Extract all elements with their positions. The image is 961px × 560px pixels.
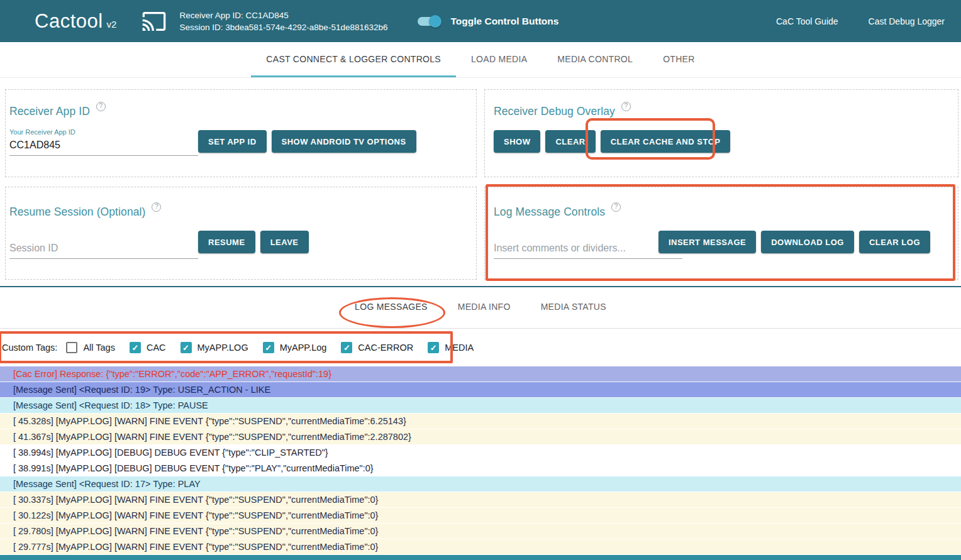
resume-button[interactable]: RESUME	[198, 231, 255, 253]
tab-other[interactable]: OTHER	[648, 42, 710, 77]
toggle-label: Toggle Control Buttons	[450, 16, 558, 27]
help-icon[interactable]: ?	[621, 102, 631, 111]
link-cac-tool-guide[interactable]: CaC Tool Guide	[776, 16, 838, 26]
log-row: [ 38.991s] [MyAPP.LOG] [DEBUG] DEBUG EVE…	[0, 461, 961, 476]
clear-log-button[interactable]: CLEAR LOG	[859, 231, 930, 253]
custom-tags-list: All Tags✓CAC✓MyAPP.LOG✓MyAPP.Log✓CAC-ERR…	[66, 342, 474, 353]
tag-label: MyAPP.Log	[280, 343, 327, 353]
resume-session-card: Resume Session (Optional) ? RESUME LEAVE	[5, 187, 477, 280]
download-log-button[interactable]: DOWNLOAD LOG	[761, 231, 854, 253]
receiver-debug-overlay-card-title: Receiver Debug Overlay ?	[494, 105, 631, 118]
tag-checkbox-all-tags[interactable]: All Tags	[66, 342, 115, 353]
checkbox-checked-icon[interactable]: ✓	[181, 342, 192, 353]
log-tabbar: LOG MESSAGES MEDIA INFO MEDIA STATUS	[0, 287, 961, 329]
receiver-debug-overlay-card: Receiver Debug Overlay ? SHOW CLEAR CLEA…	[484, 89, 958, 177]
clear-cache-and-stop-button[interactable]: CLEAR CACHE AND STOP	[601, 130, 731, 153]
log-row: [Message Sent] <Request ID: 19> Type: US…	[0, 382, 961, 398]
header-links: CaC Tool Guide Cast Debug Logger	[776, 16, 945, 26]
receiver-app-id-card-title: Receiver App ID ?	[9, 105, 106, 118]
session-id-field	[9, 240, 198, 259]
toggle-thumb	[429, 15, 442, 28]
log-row: [Cac Error] Response: {"type":"ERROR","c…	[0, 366, 961, 382]
receiver-app-id-text: Receiver App ID: CC1AD845	[179, 9, 387, 21]
card-title-text: Receiver App ID	[9, 105, 90, 118]
log-message-controls-card-title: Log Message Controls ?	[494, 206, 621, 219]
resume-session-card-title: Resume Session (Optional) ?	[9, 206, 161, 219]
debug-overlay-buttons: SHOW CLEAR CLEAR CACHE AND STOP	[494, 130, 730, 153]
tab-log-messages[interactable]: LOG MESSAGES	[340, 287, 443, 328]
card-title-text: Receiver Debug Overlay	[494, 105, 615, 118]
set-app-id-button[interactable]: SET APP ID	[198, 130, 267, 153]
log-row: [Message Sent] <Request ID: 18> Type: PA…	[0, 398, 961, 414]
log-row: [ 29.780s] [MyAPP.LOG] [WARN] FINE EVENT…	[0, 524, 961, 539]
show-android-tv-options-button[interactable]: SHOW ANDROID TV OPTIONS	[272, 130, 416, 153]
leave-button[interactable]: LEAVE	[260, 231, 309, 253]
log-row: [ 41.367s] [MyAPP.LOG] [WARN] FINE EVENT…	[0, 429, 961, 445]
clear-overlay-button[interactable]: CLEAR	[545, 130, 595, 153]
tag-label: CAC-ERROR	[358, 343, 413, 353]
log-message-buttons: INSERT MESSAGE DOWNLOAD LOG CLEAR LOG	[658, 231, 930, 253]
bottom-row-partial	[0, 555, 961, 560]
main-tabbar: CAST CONNECT & LOGGER CONTROLS LOAD MEDI…	[0, 42, 961, 78]
app-id-input[interactable]	[9, 137, 198, 156]
checkbox-checked-icon[interactable]: ✓	[130, 342, 141, 353]
log-comment-field	[494, 240, 682, 259]
tag-label: MyAPP.LOG	[197, 343, 248, 353]
log-message-list: [Cac Error] Response: {"type":"ERROR","c…	[0, 366, 961, 555]
insert-message-button[interactable]: INSERT MESSAGE	[658, 231, 756, 253]
help-icon[interactable]: ?	[611, 202, 621, 212]
app-logo-text: Cactool	[35, 11, 103, 31]
checkbox-checked-icon[interactable]: ✓	[341, 342, 352, 353]
app-id-field: Your Receiver App ID	[9, 128, 198, 156]
tag-checkbox-cac[interactable]: ✓CAC	[130, 342, 166, 353]
tag-checkbox-myapp-log[interactable]: ✓MyAPP.Log	[263, 342, 327, 353]
log-message-controls-card: Log Message Controls ? INSERT MESSAGE DO…	[484, 187, 958, 280]
tag-label: CAC	[147, 343, 166, 353]
app-logo: Cactool v2	[35, 11, 116, 31]
app-id-input-label: Your Receiver App ID	[9, 128, 198, 136]
tag-checkbox-cac-error[interactable]: ✓CAC-ERROR	[341, 342, 413, 353]
log-row: [Message Sent] <Request ID: 17> Type: PL…	[0, 476, 961, 492]
card-title-text: Log Message Controls	[494, 206, 605, 219]
session-id-text: Session ID: 3bdea581-574e-4292-a8be-51de…	[179, 21, 387, 33]
log-row: [ 45.328s] [MyAPP.LOG] [WARN] FINE EVENT…	[0, 414, 961, 429]
control-buttons-toggle[interactable]	[416, 15, 440, 28]
session-id-input[interactable]	[9, 240, 198, 259]
tag-label: All Tags	[83, 343, 115, 353]
cactool-app: Cactool v2 Receiver App ID: CC1AD845 Ses…	[0, 0, 961, 560]
app-header: Cactool v2 Receiver App ID: CC1AD845 Ses…	[0, 0, 961, 42]
log-row: [ 38.994s] [MyAPP.LOG] [DEBUG] DEBUG EVE…	[0, 445, 961, 461]
tag-label: MEDIA	[445, 343, 474, 353]
log-comment-input[interactable]	[494, 240, 682, 259]
app-logo-version: v2	[107, 19, 117, 31]
help-icon[interactable]: ?	[152, 202, 161, 212]
resume-session-buttons: RESUME LEAVE	[198, 231, 309, 253]
tab-media-info[interactable]: MEDIA INFO	[443, 287, 526, 328]
log-row: [ 30.122s] [MyAPP.LOG] [WARN] FINE EVENT…	[0, 508, 961, 524]
session-info: Receiver App ID: CC1AD845 Session ID: 3b…	[179, 9, 387, 33]
card-title-text: Resume Session (Optional)	[9, 206, 145, 219]
receiver-app-id-buttons: SET APP ID SHOW ANDROID TV OPTIONS	[198, 130, 416, 153]
checkbox-checked-icon[interactable]: ✓	[428, 342, 439, 353]
tab-media-control[interactable]: MEDIA CONTROL	[542, 42, 648, 77]
tab-load-media[interactable]: LOAD MEDIA	[456, 42, 542, 77]
tag-checkbox-media[interactable]: ✓MEDIA	[428, 342, 474, 353]
tag-checkbox-myapp-log[interactable]: ✓MyAPP.LOG	[181, 342, 248, 353]
log-row: [ 30.337s] [MyAPP.LOG] [WARN] FINE EVENT…	[0, 492, 961, 508]
receiver-app-id-card: Receiver App ID ? Your Receiver App ID S…	[5, 89, 477, 177]
tab-media-status[interactable]: MEDIA STATUS	[526, 287, 621, 328]
help-icon[interactable]: ?	[96, 102, 106, 111]
checkbox-unchecked-icon[interactable]	[66, 342, 77, 353]
cast-icon	[139, 9, 169, 34]
custom-tags-bar: Custom Tags: All Tags✓CAC✓MyAPP.LOG✓MyAP…	[0, 329, 961, 366]
checkbox-checked-icon[interactable]: ✓	[263, 342, 274, 353]
tab-cast-connect-logger-controls[interactable]: CAST CONNECT & LOGGER CONTROLS	[251, 42, 456, 77]
link-cast-debug-logger[interactable]: Cast Debug Logger	[869, 16, 945, 26]
custom-tags-label: Custom Tags:	[2, 343, 57, 353]
show-overlay-button[interactable]: SHOW	[494, 130, 540, 153]
log-row: [ 29.777s] [MyAPP.LOG] [WARN] FINE EVENT…	[0, 539, 961, 555]
